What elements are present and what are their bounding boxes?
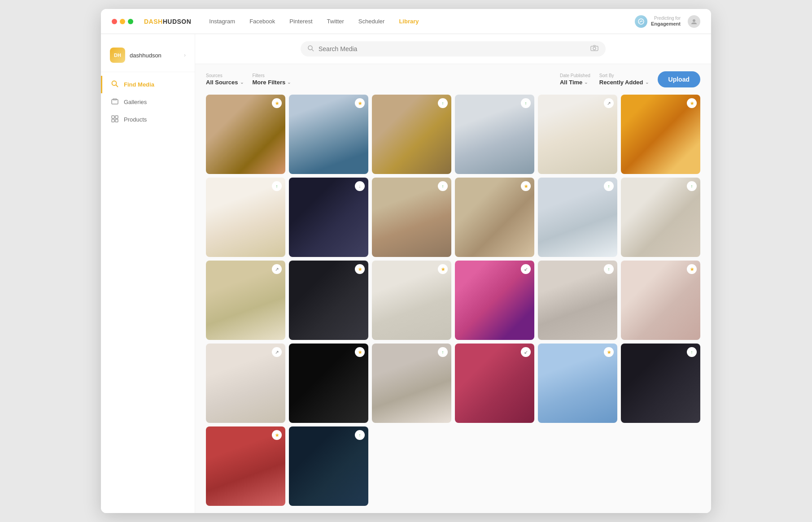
nav-twitter[interactable]: Twitter [327, 18, 344, 25]
sources-filter[interactable]: Sources All Sources ⌄ [206, 73, 244, 86]
media-item[interactable]: ↙ [455, 261, 534, 340]
chevron-down-icon: ⌄ [645, 80, 649, 85]
nav-pinterest[interactable]: Pinterest [289, 18, 312, 25]
minimize-button[interactable] [120, 19, 125, 24]
chevron-down-icon: ⌄ [240, 80, 244, 85]
media-item[interactable]: ★ [621, 95, 700, 174]
galleries-icon [111, 98, 118, 106]
media-badge: ↑ [521, 98, 531, 108]
media-badge: ↑ [438, 181, 448, 191]
media-badge: ★ [438, 264, 448, 274]
media-item[interactable]: ★ [206, 95, 285, 174]
sidebar-find-media-label: Find Media [124, 81, 154, 88]
upload-button[interactable]: Upload [658, 71, 700, 87]
media-item[interactable]: ↑ [621, 178, 700, 257]
media-badge: ↗ [272, 264, 282, 274]
media-badge: ★ [521, 181, 531, 191]
nav-right: Predicting for Engagement [635, 15, 700, 28]
nav-library[interactable]: Library [399, 18, 419, 25]
nav-facebook[interactable]: Facebook [249, 18, 275, 25]
media-badge: ★ [687, 98, 697, 108]
media-item[interactable]: ↑ [372, 344, 451, 423]
app-window: DASH HUDSON Instagram Facebook Pinterest… [101, 9, 711, 513]
title-bar: DASH HUDSON Instagram Facebook Pinterest… [101, 9, 711, 34]
media-item[interactable]: ↑ [372, 178, 451, 257]
predict-text: Predicting for Engagement [651, 16, 681, 27]
search-icon [111, 80, 118, 89]
media-badge: ↓ [355, 181, 365, 191]
nav-instagram[interactable]: Instagram [209, 18, 235, 25]
filters-filter[interactable]: Filters More Filters ⌄ [253, 73, 291, 86]
logo-dash: DASH [144, 18, 163, 25]
account-avatar: DH [110, 48, 125, 63]
sidebar-item-find-media[interactable]: Find Media [101, 76, 195, 93]
close-button[interactable] [112, 19, 117, 24]
media-item[interactable]: ↗ [206, 261, 285, 340]
media-badge: ↙ [521, 264, 531, 274]
media-grid: ★★↑↑↗★↑↓↑★↑↑↗★★↙↑★↗★↑↙★↑★↑ [195, 95, 711, 513]
predict-badge: Predicting for Engagement [635, 15, 681, 28]
svg-rect-9 [115, 119, 118, 122]
media-badge: ★ [355, 264, 365, 274]
account-name: dashhudson [130, 52, 162, 59]
media-item[interactable]: ↑ [289, 426, 368, 506]
date-value[interactable]: All Time ⌄ [560, 79, 590, 86]
app-body: DH dashhudson › Find Media Galleries [101, 34, 711, 513]
media-item[interactable]: ★ [621, 261, 700, 340]
search-bar [301, 41, 606, 57]
sidebar-item-galleries[interactable]: Galleries [101, 93, 195, 111]
media-badge: ↙ [521, 347, 531, 357]
app-logo: DASH HUDSON [144, 18, 191, 25]
media-item[interactable]: ↗ [538, 95, 617, 174]
media-item[interactable]: ★ [206, 426, 285, 506]
svg-point-0 [638, 19, 644, 24]
sort-filter[interactable]: Sort By Recently Added ⌄ [599, 73, 649, 86]
media-item[interactable]: ↗ [206, 344, 285, 423]
media-item[interactable]: ★ [289, 261, 368, 340]
media-badge: ↑ [355, 430, 365, 440]
sidebar: DH dashhudson › Find Media Galleries [101, 34, 195, 513]
media-item[interactable]: ↑ [538, 261, 617, 340]
media-item[interactable]: ★ [455, 178, 534, 257]
media-item[interactable]: ↓ [289, 178, 368, 257]
media-badge: ↑ [604, 264, 614, 274]
media-item[interactable]: ★ [372, 261, 451, 340]
media-badge: ★ [604, 347, 614, 357]
search-input[interactable] [319, 45, 586, 52]
filters-value[interactable]: More Filters ⌄ [253, 79, 291, 86]
maximize-button[interactable] [128, 19, 133, 24]
media-item[interactable]: ↑ [538, 178, 617, 257]
media-badge: ★ [687, 264, 697, 274]
chevron-down-icon: ⌄ [287, 80, 291, 85]
media-item[interactable]: ↑ [206, 178, 285, 257]
svg-line-3 [116, 85, 118, 87]
svg-point-13 [593, 47, 596, 50]
main-nav: Instagram Facebook Pinterest Twitter Sch… [209, 18, 635, 25]
media-item[interactable]: ↑ [455, 95, 534, 174]
nav-scheduler[interactable]: Scheduler [358, 18, 385, 25]
media-badge: ↑ [687, 347, 697, 357]
media-item[interactable]: ↑ [621, 344, 700, 423]
user-avatar[interactable] [688, 15, 700, 28]
media-item[interactable]: ↑ [372, 95, 451, 174]
camera-icon[interactable] [590, 45, 598, 53]
sort-value[interactable]: Recently Added ⌄ [599, 79, 649, 86]
products-icon [111, 115, 118, 124]
svg-line-11 [312, 49, 314, 51]
media-item[interactable]: ↙ [455, 344, 534, 423]
date-filter[interactable]: Date Published All Time ⌄ [560, 73, 590, 86]
media-item[interactable]: ★ [538, 344, 617, 423]
account-row[interactable]: DH dashhudson › [101, 43, 195, 67]
sidebar-item-products[interactable]: Products [101, 111, 195, 128]
main-content: Sources All Sources ⌄ Filters More Filte… [195, 34, 711, 513]
sources-value[interactable]: All Sources ⌄ [206, 79, 244, 86]
sidebar-divider [101, 72, 195, 72]
media-item[interactable]: ★ [289, 344, 368, 423]
media-badge: ↗ [604, 98, 614, 108]
svg-point-1 [693, 19, 695, 22]
svg-rect-8 [112, 119, 114, 122]
traffic-lights [112, 19, 133, 24]
svg-rect-6 [112, 116, 114, 118]
toolbar: Sources All Sources ⌄ Filters More Filte… [195, 64, 711, 95]
media-item[interactable]: ★ [289, 95, 368, 174]
